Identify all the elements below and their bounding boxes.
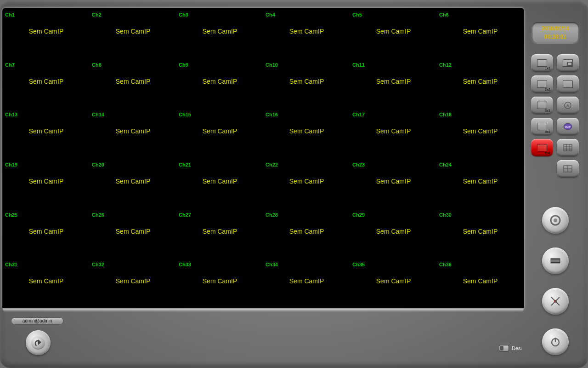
channel-status: Sem CamIP xyxy=(463,127,498,135)
channel-cell[interactable]: Ch16Sem CamIP xyxy=(263,108,350,158)
channel-cell[interactable]: Ch26Sem CamIP xyxy=(90,208,176,259)
date-text: 2010/01/14 xyxy=(542,24,569,33)
layout-1x1-label: 1x1 xyxy=(545,67,550,70)
channel-status: Sem CamIP xyxy=(116,127,150,135)
channel-cell[interactable]: Ch2Sem CamIP xyxy=(90,8,176,58)
des-toggle[interactable] xyxy=(499,345,509,351)
channel-cell[interactable]: Ch25Sem CamIP xyxy=(3,208,90,259)
channel-label: Ch28 xyxy=(266,212,278,218)
grid-4x4-icon xyxy=(537,123,547,130)
channel-cell[interactable]: Ch1Sem CamIP xyxy=(3,8,90,58)
channel-cell[interactable]: Ch18Sem CamIP xyxy=(437,108,524,158)
channel-cell[interactable]: Ch4Sem CamIP xyxy=(263,8,350,58)
channel-status: Sem CamIP xyxy=(203,78,237,85)
time-text: 00:28:01 xyxy=(544,33,566,41)
right-panel: 2010/01/14 00:28:01 1x1 2x2 3x3 xyxy=(527,8,585,362)
channel-status: Sem CamIP xyxy=(463,78,498,85)
channel-cell[interactable]: Ch28Sem CamIP xyxy=(263,208,350,259)
layout-4x4-button[interactable]: 4x4 xyxy=(531,118,553,135)
svg-rect-16 xyxy=(551,262,560,263)
channel-status: Sem CamIP xyxy=(116,277,150,285)
channel-cell[interactable]: Ch34Sem CamIP xyxy=(263,258,350,308)
channel-status: Sem CamIP xyxy=(289,28,324,35)
channel-status: Sem CamIP xyxy=(463,277,498,285)
record-button[interactable] xyxy=(542,207,569,234)
layout-dual-button[interactable] xyxy=(557,75,579,93)
channel-cell[interactable]: Ch15Sem CamIP xyxy=(176,108,263,158)
aux-a-icon: A xyxy=(563,101,572,110)
channel-label: Ch7 xyxy=(5,62,15,68)
channel-cell[interactable]: Ch14Sem CamIP xyxy=(90,108,176,158)
logout-icon xyxy=(31,336,45,350)
playback-button[interactable] xyxy=(542,247,569,274)
channel-status: Sem CamIP xyxy=(289,127,324,135)
layout-aux-a-button[interactable]: A xyxy=(557,97,579,114)
channel-cell[interactable]: Ch5Sem CamIP xyxy=(350,8,437,58)
channel-cell[interactable]: Ch30Sem CamIP xyxy=(437,208,524,259)
channel-label: Ch25 xyxy=(5,212,17,218)
channel-label: Ch15 xyxy=(179,112,191,117)
layout-3x3-button[interactable]: 3x3 xyxy=(531,97,553,114)
channel-label: Ch17 xyxy=(352,112,365,117)
channel-label: Ch24 xyxy=(439,162,452,167)
channel-status: Sem CamIP xyxy=(376,178,411,185)
video-grid: Ch1Sem CamIPCh2Sem CamIPCh3Sem CamIPCh4S… xyxy=(3,8,524,308)
channel-status: Sem CamIP xyxy=(203,127,237,135)
des-label: Des. xyxy=(512,345,522,351)
channel-cell[interactable]: Ch31Sem CamIP xyxy=(3,258,90,308)
channel-status: Sem CamIP xyxy=(29,228,63,235)
svg-rect-4 xyxy=(564,144,572,151)
channel-label: Ch36 xyxy=(439,262,452,267)
channel-cell[interactable]: Ch22Sem CamIP xyxy=(263,158,350,208)
channel-label: Ch26 xyxy=(92,212,104,218)
channel-status: Sem CamIP xyxy=(203,28,237,35)
channel-cell[interactable]: Ch20Sem CamIP xyxy=(90,158,176,208)
channel-label: Ch35 xyxy=(352,262,365,267)
channel-cell[interactable]: Ch13Sem CamIP xyxy=(3,108,90,158)
layout-1x1-button[interactable]: 1x1 xyxy=(531,54,553,72)
channel-label: Ch18 xyxy=(439,112,452,117)
channel-label: Ch12 xyxy=(439,62,452,68)
layout-2x2-button[interactable]: 2x2 xyxy=(531,75,553,93)
layout-6x6-button[interactable]: 6x6 xyxy=(531,139,553,156)
channel-cell[interactable]: Ch17Sem CamIP xyxy=(350,108,437,158)
channel-cell[interactable]: Ch6Sem CamIP xyxy=(437,8,524,58)
channel-cell[interactable]: Ch36Sem CamIP xyxy=(437,258,524,308)
channel-cell[interactable]: Ch7Sem CamIP xyxy=(3,58,90,109)
channel-cell[interactable]: Ch23Sem CamIP xyxy=(350,158,437,208)
layout-custom-1-button[interactable] xyxy=(557,139,579,156)
channel-cell[interactable]: Ch21Sem CamIP xyxy=(176,158,263,208)
channel-status: Sem CamIP xyxy=(29,78,63,85)
channel-cell[interactable]: Ch8Sem CamIP xyxy=(90,58,176,109)
channel-status: Sem CamIP xyxy=(376,28,411,35)
channel-cell[interactable]: Ch27Sem CamIP xyxy=(176,208,263,259)
pip-icon xyxy=(563,59,573,67)
channel-status: Sem CamIP xyxy=(29,277,63,285)
channel-cell[interactable]: Ch35Sem CamIP xyxy=(350,258,437,308)
channel-label: Ch30 xyxy=(439,212,452,218)
power-button[interactable] xyxy=(542,328,569,355)
channel-status: Sem CamIP xyxy=(289,78,324,85)
channel-cell[interactable]: Ch24Sem CamIP xyxy=(437,158,524,208)
channel-cell[interactable]: Ch32Sem CamIP xyxy=(90,258,176,308)
user-pill[interactable]: admin@admin xyxy=(11,317,63,325)
layout-map-button[interactable]: MAP xyxy=(557,118,579,135)
channel-status: Sem CamIP xyxy=(29,28,63,35)
channel-cell[interactable]: Ch12Sem CamIP xyxy=(437,58,524,109)
channel-label: Ch14 xyxy=(92,112,104,117)
channel-cell[interactable]: Ch10Sem CamIP xyxy=(263,58,350,109)
settings-button[interactable] xyxy=(542,288,569,315)
channel-status: Sem CamIP xyxy=(29,127,63,135)
channel-cell[interactable]: Ch11Sem CamIP xyxy=(350,58,437,109)
logout-button[interactable] xyxy=(26,330,51,355)
channel-cell[interactable]: Ch33Sem CamIP xyxy=(176,258,263,308)
layout-4x4-label: 4x4 xyxy=(545,130,550,133)
channel-cell[interactable]: Ch9Sem CamIP xyxy=(176,58,263,109)
layout-custom-2-button[interactable] xyxy=(557,160,579,178)
channel-cell[interactable]: Ch3Sem CamIP xyxy=(176,8,263,58)
panel-gloss xyxy=(3,308,524,314)
channel-cell[interactable]: Ch29Sem CamIP xyxy=(350,208,437,259)
channel-cell[interactable]: Ch19Sem CamIP xyxy=(3,158,90,208)
layout-pip-button[interactable] xyxy=(557,54,579,72)
channel-status: Sem CamIP xyxy=(203,178,237,185)
